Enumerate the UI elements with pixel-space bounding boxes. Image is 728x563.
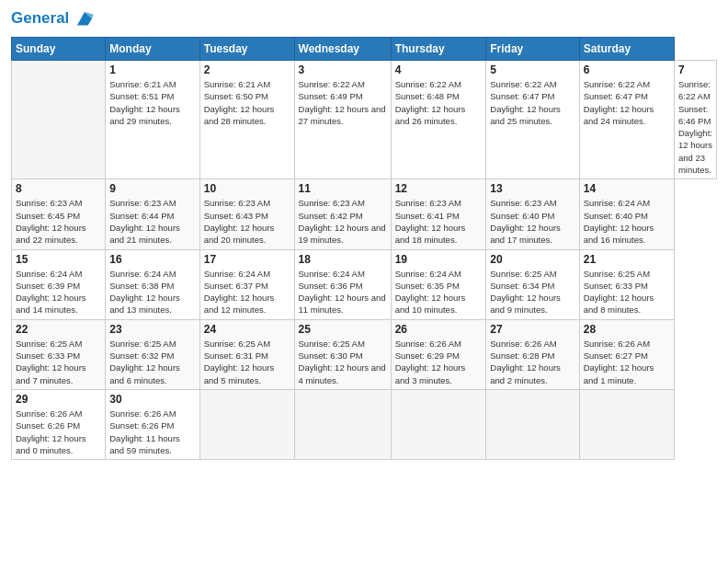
- day-number: 19: [395, 253, 483, 266]
- day-number: 26: [395, 323, 483, 336]
- day-info: Sunrise: 6:25 AMSunset: 6:30 PMDaylight:…: [299, 338, 387, 386]
- day-cell-1: 1Sunrise: 6:21 AMSunset: 6:51 PMDaylight…: [106, 61, 199, 179]
- day-cell-18: 18Sunrise: 6:24 AMSunset: 6:36 PMDayligh…: [294, 249, 391, 319]
- day-number: 23: [109, 323, 195, 336]
- week-row-5: 29Sunrise: 6:26 AMSunset: 6:26 PMDayligh…: [12, 389, 717, 459]
- day-cell-10: 10Sunrise: 6:23 AMSunset: 6:43 PMDayligh…: [199, 179, 294, 249]
- day-number: 5: [490, 63, 574, 76]
- day-info: Sunrise: 6:24 AMSunset: 6:38 PMDaylight:…: [109, 268, 195, 316]
- day-cell-11: 11Sunrise: 6:23 AMSunset: 6:42 PMDayligh…: [294, 179, 391, 249]
- day-info: Sunrise: 6:24 AMSunset: 6:36 PMDaylight:…: [299, 268, 387, 316]
- day-info: Sunrise: 6:24 AMSunset: 6:39 PMDaylight:…: [16, 268, 101, 316]
- day-number: 7: [678, 63, 712, 76]
- day-cell-14: 14Sunrise: 6:24 AMSunset: 6:40 PMDayligh…: [579, 179, 674, 249]
- logo-icon: [74, 9, 95, 29]
- day-cell-8: 8Sunrise: 6:23 AMSunset: 6:45 PMDaylight…: [12, 179, 106, 249]
- page-header: General: [11, 9, 717, 29]
- day-info: Sunrise: 6:26 AMSunset: 6:26 PMDaylight:…: [109, 408, 195, 456]
- day-cell-17: 17Sunrise: 6:24 AMSunset: 6:37 PMDayligh…: [199, 249, 294, 319]
- logo-text: General: [11, 9, 95, 29]
- day-cell-22: 22Sunrise: 6:25 AMSunset: 6:33 PMDayligh…: [12, 319, 106, 389]
- day-number: 30: [109, 393, 195, 406]
- day-number: 20: [490, 253, 574, 266]
- day-cell-28: 28Sunrise: 6:26 AMSunset: 6:27 PMDayligh…: [579, 319, 674, 389]
- day-cell-24: 24Sunrise: 6:25 AMSunset: 6:31 PMDayligh…: [199, 319, 294, 389]
- week-row-4: 22Sunrise: 6:25 AMSunset: 6:33 PMDayligh…: [12, 319, 717, 389]
- day-cell-29: 29Sunrise: 6:26 AMSunset: 6:26 PMDayligh…: [12, 389, 106, 459]
- day-number: 15: [16, 253, 101, 266]
- day-number: 16: [109, 253, 195, 266]
- day-cell-5: 5Sunrise: 6:22 AMSunset: 6:47 PMDaylight…: [486, 61, 579, 179]
- col-header-thursday: Thursday: [391, 38, 486, 61]
- day-number: 21: [584, 253, 670, 266]
- day-info: Sunrise: 6:21 AMSunset: 6:51 PMDaylight:…: [109, 78, 195, 127]
- day-number: 8: [16, 182, 101, 195]
- day-info: Sunrise: 6:25 AMSunset: 6:31 PMDaylight:…: [204, 338, 290, 386]
- day-number: 14: [584, 182, 670, 195]
- empty-cell: [579, 389, 674, 459]
- empty-cell: [486, 389, 579, 459]
- day-info: Sunrise: 6:22 AMSunset: 6:46 PMDaylight:…: [678, 78, 712, 176]
- day-number: 13: [490, 182, 574, 195]
- day-number: 25: [299, 323, 387, 336]
- day-info: Sunrise: 6:22 AMSunset: 6:47 PMDaylight:…: [490, 78, 574, 127]
- header-row: SundayMondayTuesdayWednesdayThursdayFrid…: [12, 38, 717, 61]
- day-info: Sunrise: 6:21 AMSunset: 6:50 PMDaylight:…: [204, 78, 290, 127]
- day-info: Sunrise: 6:26 AMSunset: 6:28 PMDaylight:…: [490, 338, 574, 386]
- day-info: Sunrise: 6:23 AMSunset: 6:45 PMDaylight:…: [16, 197, 101, 246]
- day-info: Sunrise: 6:23 AMSunset: 6:41 PMDaylight:…: [395, 197, 483, 246]
- col-header-friday: Friday: [486, 38, 579, 61]
- day-info: Sunrise: 6:26 AMSunset: 6:29 PMDaylight:…: [395, 338, 483, 386]
- week-row-2: 8Sunrise: 6:23 AMSunset: 6:45 PMDaylight…: [12, 179, 717, 249]
- day-cell-3: 3Sunrise: 6:22 AMSunset: 6:49 PMDaylight…: [294, 61, 391, 179]
- day-cell-2: 2Sunrise: 6:21 AMSunset: 6:50 PMDaylight…: [199, 61, 294, 179]
- empty-cell: [199, 389, 294, 459]
- page-container: General SundayMondayTuesdayWednesdayThur…: [0, 0, 728, 469]
- day-number: 10: [204, 182, 290, 195]
- day-number: 9: [109, 182, 195, 195]
- col-header-monday: Monday: [106, 38, 199, 61]
- day-number: 24: [204, 323, 290, 336]
- day-number: 3: [299, 63, 387, 76]
- day-cell-30: 30Sunrise: 6:26 AMSunset: 6:26 PMDayligh…: [106, 389, 199, 459]
- col-header-tuesday: Tuesday: [199, 38, 294, 61]
- day-info: Sunrise: 6:22 AMSunset: 6:49 PMDaylight:…: [299, 78, 387, 127]
- day-info: Sunrise: 6:22 AMSunset: 6:47 PMDaylight:…: [584, 78, 670, 127]
- day-number: 6: [584, 63, 670, 76]
- day-info: Sunrise: 6:23 AMSunset: 6:44 PMDaylight:…: [109, 197, 195, 246]
- day-number: 27: [490, 323, 574, 336]
- day-cell-27: 27Sunrise: 6:26 AMSunset: 6:28 PMDayligh…: [486, 319, 579, 389]
- day-number: 4: [395, 63, 483, 76]
- logo: General: [11, 9, 95, 29]
- day-info: Sunrise: 6:25 AMSunset: 6:34 PMDaylight:…: [490, 268, 574, 316]
- day-number: 2: [204, 63, 290, 76]
- day-info: Sunrise: 6:25 AMSunset: 6:33 PMDaylight:…: [584, 268, 670, 316]
- empty-cell: [294, 389, 391, 459]
- day-info: Sunrise: 6:23 AMSunset: 6:43 PMDaylight:…: [204, 197, 290, 246]
- day-cell-23: 23Sunrise: 6:25 AMSunset: 6:32 PMDayligh…: [106, 319, 199, 389]
- day-cell-7: 7Sunrise: 6:22 AMSunset: 6:46 PMDaylight…: [674, 61, 716, 179]
- day-cell-6: 6Sunrise: 6:22 AMSunset: 6:47 PMDaylight…: [579, 61, 674, 179]
- day-number: 11: [299, 182, 387, 195]
- day-cell-26: 26Sunrise: 6:26 AMSunset: 6:29 PMDayligh…: [391, 319, 486, 389]
- day-info: Sunrise: 6:23 AMSunset: 6:42 PMDaylight:…: [299, 197, 387, 246]
- day-number: 12: [395, 182, 483, 195]
- day-cell-4: 4Sunrise: 6:22 AMSunset: 6:48 PMDaylight…: [391, 61, 486, 179]
- day-number: 1: [109, 63, 195, 76]
- day-number: 28: [584, 323, 670, 336]
- day-cell-21: 21Sunrise: 6:25 AMSunset: 6:33 PMDayligh…: [579, 249, 674, 319]
- week-row-1: 1Sunrise: 6:21 AMSunset: 6:51 PMDaylight…: [12, 61, 717, 179]
- day-info: Sunrise: 6:24 AMSunset: 6:35 PMDaylight:…: [395, 268, 483, 316]
- week-row-3: 15Sunrise: 6:24 AMSunset: 6:39 PMDayligh…: [12, 249, 717, 319]
- day-cell-15: 15Sunrise: 6:24 AMSunset: 6:39 PMDayligh…: [12, 249, 106, 319]
- day-info: Sunrise: 6:25 AMSunset: 6:33 PMDaylight:…: [16, 338, 101, 386]
- day-number: 17: [204, 253, 290, 266]
- col-header-saturday: Saturday: [579, 38, 674, 61]
- day-number: 29: [16, 393, 101, 406]
- day-cell-13: 13Sunrise: 6:23 AMSunset: 6:40 PMDayligh…: [486, 179, 579, 249]
- day-number: 18: [299, 253, 387, 266]
- col-header-sunday: Sunday: [12, 38, 106, 61]
- day-cell-20: 20Sunrise: 6:25 AMSunset: 6:34 PMDayligh…: [486, 249, 579, 319]
- day-info: Sunrise: 6:26 AMSunset: 6:27 PMDaylight:…: [584, 338, 670, 386]
- empty-cell: [12, 61, 106, 179]
